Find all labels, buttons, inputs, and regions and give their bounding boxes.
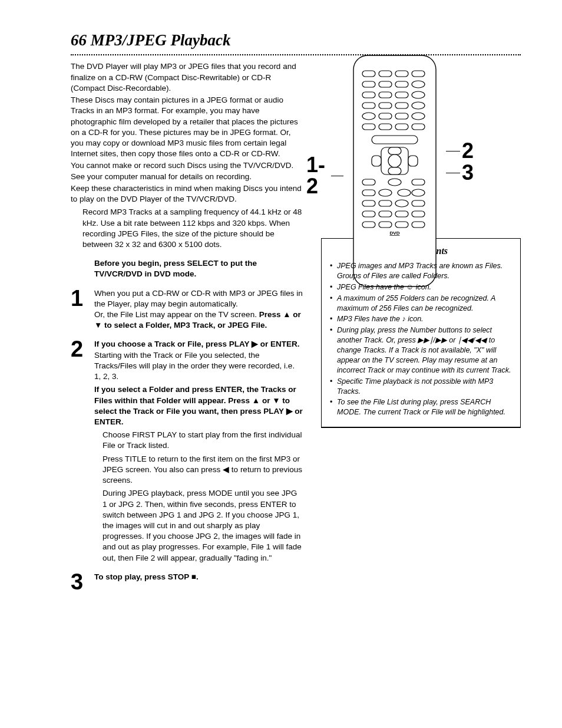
- intro-p2: These Discs may contain pictures in a JP…: [71, 95, 303, 159]
- step2-a-bold: If you choose a Track or File, press PLA…: [94, 340, 300, 348]
- svg-rect-35: [362, 190, 375, 196]
- title-text: MP3/JPEG Playback: [91, 31, 231, 49]
- svg-point-37: [398, 189, 411, 196]
- step-body: If you choose a Track or File, press PLA…: [94, 339, 303, 563]
- svg-rect-32: [362, 179, 375, 185]
- svg-rect-45: [395, 211, 408, 217]
- svg-rect-34: [412, 179, 425, 185]
- hint-item: MP3 Files have the ♪ icon.: [330, 314, 512, 324]
- svg-rect-13: [362, 103, 375, 108]
- intro-text: The DVD Player will play MP3 or JPEG fil…: [71, 61, 303, 250]
- svg-rect-6: [379, 81, 392, 87]
- callout-3: 3: [446, 162, 474, 183]
- hint-item: To see the File List during play, press …: [330, 397, 512, 417]
- step-3: 3 To stop play, press STOP ■.: [71, 572, 303, 592]
- svg-rect-22: [379, 124, 392, 130]
- remote-svg: DVD: [345, 53, 445, 289]
- svg-rect-44: [379, 211, 392, 217]
- svg-rect-43: [362, 211, 375, 217]
- svg-rect-50: [412, 222, 425, 228]
- intro-p5: Record MP3 Tracks at a sampling frequenc…: [82, 207, 303, 250]
- callout-1-2: 1-2: [306, 154, 343, 197]
- hint-item: During play, press the Number buttons to…: [330, 325, 512, 375]
- remote-illustration: 1-2 2 3: [345, 53, 445, 292]
- left-column: The DVD Player will play MP3 or JPEG fil…: [71, 61, 303, 600]
- step-number: 2: [71, 339, 87, 563]
- step1-text-a: When you put a CD-RW or CD-R with MP3 or…: [94, 289, 303, 308]
- step1-text-b: Or, the File List may appear on the TV s…: [94, 310, 259, 319]
- svg-rect-47: [362, 222, 375, 228]
- page-number: 66: [71, 31, 87, 49]
- svg-rect-48: [379, 222, 392, 228]
- step2-b-bold: If you select a Folder and press ENTER, …: [94, 385, 303, 426]
- step2-c: Choose FIRST PLAY to start play from the…: [103, 430, 303, 451]
- svg-rect-14: [379, 103, 392, 108]
- svg-point-29: [388, 154, 401, 167]
- svg-rect-25: [372, 136, 418, 144]
- step3-a-bold: To stop play, press STOP ■.: [94, 572, 199, 581]
- two-column-layout: The DVD Player will play MP3 or JPEG fil…: [71, 61, 521, 600]
- svg-point-41: [395, 200, 408, 207]
- before-begin-note: Before you begin, press SELECT to put th…: [94, 258, 303, 279]
- step-number: 1: [71, 288, 87, 331]
- svg-rect-5: [362, 81, 375, 87]
- svg-rect-30: [388, 147, 401, 154]
- page-title: 66 MP3/JPEG Playback: [71, 29, 521, 51]
- svg-point-36: [379, 189, 392, 196]
- step-body: To stop play, press STOP ■.: [94, 572, 303, 592]
- svg-rect-23: [395, 124, 408, 130]
- svg-rect-28: [408, 156, 418, 166]
- svg-rect-27: [372, 156, 381, 166]
- svg-rect-3: [395, 71, 408, 77]
- svg-rect-39: [362, 200, 375, 206]
- svg-rect-42: [412, 200, 425, 206]
- hint-item: A maximum of 255 Folders can be recogniz…: [330, 294, 512, 314]
- svg-rect-18: [379, 113, 392, 119]
- svg-rect-15: [395, 103, 408, 108]
- svg-rect-31: [388, 167, 401, 174]
- svg-rect-10: [379, 92, 392, 98]
- svg-rect-24: [412, 124, 425, 130]
- svg-rect-49: [395, 222, 408, 228]
- svg-rect-9: [362, 92, 375, 98]
- right-column: 1-2 2 3: [321, 61, 521, 600]
- svg-rect-2: [379, 71, 392, 77]
- svg-point-16: [412, 102, 425, 109]
- step2-a-rest: Starting with the Track or File you sele…: [94, 351, 295, 381]
- step2-e: During JPEG playback, press MODE until y…: [103, 488, 303, 564]
- callout-2: 2: [446, 140, 474, 162]
- svg-rect-21: [362, 124, 375, 130]
- svg-rect-19: [395, 113, 408, 119]
- step-number: 3: [71, 572, 87, 592]
- hint-item: JPEG images and MP3 Tracks are known as …: [330, 261, 512, 281]
- intro-p4: Keep these characteristics in mind when …: [71, 183, 303, 205]
- step2-d: Press TITLE to return to the first item …: [103, 454, 303, 486]
- helpful-hints-box: Helpful Hints JPEG images and MP3 Tracks…: [321, 238, 521, 428]
- step-2: 2 If you choose a Track or File, press P…: [71, 339, 303, 563]
- svg-rect-4: [412, 71, 425, 77]
- svg-point-38: [412, 189, 425, 196]
- svg-rect-46: [412, 211, 425, 217]
- svg-point-8: [412, 81, 425, 88]
- svg-rect-1: [362, 71, 375, 77]
- svg-rect-7: [395, 81, 408, 87]
- hints-list: JPEG images and MP3 Tracks are known as …: [330, 261, 512, 417]
- intro-p3: You cannot make or record such Discs usi…: [71, 160, 303, 182]
- hint-item: JPEG Files have the ☺ icon.: [330, 282, 512, 292]
- hint-item: Specific Time playback is not possible w…: [330, 377, 512, 397]
- step-body: When you put a CD-RW or CD-R with MP3 or…: [94, 288, 303, 331]
- svg-rect-40: [379, 200, 392, 206]
- step-1: 1 When you put a CD-RW or CD-R with MP3 …: [71, 288, 303, 331]
- svg-text:DVD: DVD: [390, 230, 400, 236]
- divider-dotted: [71, 54, 521, 55]
- svg-rect-11: [395, 92, 408, 98]
- svg-point-20: [412, 113, 425, 120]
- intro-p1: The DVD Player will play MP3 or JPEG fil…: [71, 61, 303, 94]
- svg-point-12: [412, 91, 425, 98]
- svg-point-17: [362, 113, 375, 120]
- svg-point-33: [388, 179, 401, 186]
